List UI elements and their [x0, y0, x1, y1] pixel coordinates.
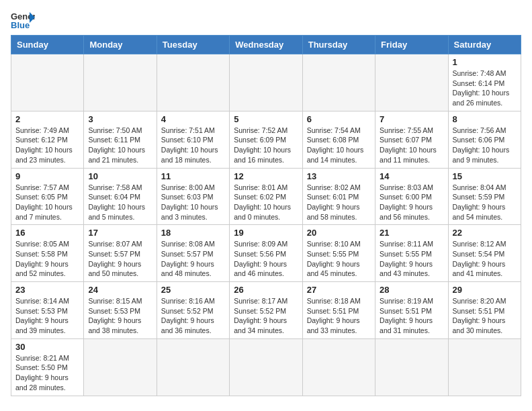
calendar-day: 29Sunrise: 8:20 AM Sunset: 5:51 PM Dayli… [448, 282, 521, 339]
day-info: Sunrise: 8:05 AM Sunset: 5:58 PM Dayligh… [15, 239, 79, 279]
day-info: Sunrise: 7:52 AM Sunset: 6:09 PM Dayligh… [234, 126, 298, 165]
day-number: 12 [234, 171, 298, 181]
svg-text:Blue: Blue [11, 20, 30, 30]
calendar-table: SundayMondayTuesdayWednesdayThursdayFrid… [11, 35, 521, 396]
day-info: Sunrise: 8:18 AM Sunset: 5:51 PM Dayligh… [307, 296, 371, 336]
day-info: Sunrise: 7:48 AM Sunset: 6:14 PM Dayligh… [453, 68, 517, 108]
calendar-day [302, 54, 375, 111]
day-number: 27 [307, 285, 371, 295]
calendar-day: 5Sunrise: 7:52 AM Sunset: 6:09 PM Daylig… [230, 111, 302, 168]
calendar-day: 20Sunrise: 8:10 AM Sunset: 5:55 PM Dayli… [302, 225, 375, 282]
calendar-day: 16Sunrise: 8:05 AM Sunset: 5:58 PM Dayli… [11, 225, 84, 282]
day-number: 15 [453, 171, 517, 181]
calendar-day: 19Sunrise: 8:09 AM Sunset: 5:56 PM Dayli… [230, 225, 302, 282]
calendar-week-row: 30Sunrise: 8:21 AM Sunset: 5:50 PM Dayli… [11, 338, 521, 396]
calendar-day: 15Sunrise: 8:04 AM Sunset: 5:59 PM Dayli… [448, 168, 521, 225]
day-info: Sunrise: 7:55 AM Sunset: 6:07 PM Dayligh… [380, 126, 443, 165]
calendar-week-row: 16Sunrise: 8:05 AM Sunset: 5:58 PM Dayli… [11, 225, 521, 282]
day-info: Sunrise: 7:58 AM Sunset: 6:04 PM Dayligh… [88, 183, 152, 222]
weekday-header-wednesday: Wednesday [230, 36, 302, 54]
calendar-day: 11Sunrise: 8:00 AM Sunset: 6:03 PM Dayli… [157, 168, 229, 225]
day-info: Sunrise: 8:00 AM Sunset: 6:03 PM Dayligh… [161, 183, 225, 222]
day-info: Sunrise: 8:19 AM Sunset: 5:51 PM Dayligh… [380, 296, 443, 336]
day-number: 10 [88, 171, 152, 181]
page-header: General Blue [11, 11, 521, 30]
day-number: 23 [15, 285, 79, 295]
day-info: Sunrise: 7:49 AM Sunset: 6:12 PM Dayligh… [15, 126, 79, 165]
day-info: Sunrise: 8:14 AM Sunset: 5:53 PM Dayligh… [15, 296, 79, 336]
calendar-day [375, 338, 448, 396]
day-number: 25 [161, 285, 225, 295]
day-number: 5 [234, 114, 298, 124]
day-info: Sunrise: 8:04 AM Sunset: 5:59 PM Dayligh… [453, 183, 517, 222]
day-number: 21 [380, 228, 443, 238]
calendar-day: 24Sunrise: 8:15 AM Sunset: 5:53 PM Dayli… [84, 282, 157, 339]
day-number: 28 [380, 285, 443, 295]
calendar-day [448, 338, 521, 396]
calendar-day: 25Sunrise: 8:16 AM Sunset: 5:52 PM Dayli… [157, 282, 229, 339]
calendar-day: 17Sunrise: 8:07 AM Sunset: 5:57 PM Dayli… [84, 225, 157, 282]
day-number: 8 [453, 114, 517, 124]
day-number: 6 [307, 114, 371, 124]
calendar-day: 21Sunrise: 8:11 AM Sunset: 5:55 PM Dayli… [375, 225, 448, 282]
calendar-day: 10Sunrise: 7:58 AM Sunset: 6:04 PM Dayli… [84, 168, 157, 225]
day-number: 14 [380, 171, 443, 181]
weekday-header-thursday: Thursday [302, 36, 375, 54]
day-number: 1 [453, 57, 517, 67]
logo-icon: General Blue [11, 11, 35, 30]
day-number: 22 [453, 228, 517, 238]
day-info: Sunrise: 8:09 AM Sunset: 5:56 PM Dayligh… [234, 239, 298, 279]
weekday-header-friday: Friday [375, 36, 448, 54]
day-info: Sunrise: 7:54 AM Sunset: 6:08 PM Dayligh… [307, 126, 371, 165]
day-number: 26 [234, 285, 298, 295]
day-number: 7 [380, 114, 443, 124]
day-number: 16 [15, 228, 79, 238]
day-info: Sunrise: 8:15 AM Sunset: 5:53 PM Dayligh… [88, 296, 152, 336]
calendar-day [230, 54, 302, 111]
calendar-day [84, 54, 157, 111]
calendar-day [84, 338, 157, 396]
calendar-day [302, 338, 375, 396]
day-number: 30 [15, 342, 79, 352]
calendar-week-row: 9Sunrise: 7:57 AM Sunset: 6:05 PM Daylig… [11, 168, 521, 225]
day-info: Sunrise: 8:21 AM Sunset: 5:50 PM Dayligh… [15, 353, 79, 393]
day-number: 4 [161, 114, 225, 124]
calendar-week-row: 23Sunrise: 8:14 AM Sunset: 5:53 PM Dayli… [11, 282, 521, 339]
calendar-day [230, 338, 302, 396]
calendar-day: 22Sunrise: 8:12 AM Sunset: 5:54 PM Dayli… [448, 225, 521, 282]
calendar-day: 1Sunrise: 7:48 AM Sunset: 6:14 PM Daylig… [448, 54, 521, 111]
day-number: 9 [15, 171, 79, 181]
calendar-day: 7Sunrise: 7:55 AM Sunset: 6:07 PM Daylig… [375, 111, 448, 168]
calendar-day: 18Sunrise: 8:08 AM Sunset: 5:57 PM Dayli… [157, 225, 229, 282]
calendar-day: 6Sunrise: 7:54 AM Sunset: 6:08 PM Daylig… [302, 111, 375, 168]
weekday-header-sunday: Sunday [11, 36, 84, 54]
weekday-header-monday: Monday [84, 36, 157, 54]
day-number: 11 [161, 171, 225, 181]
calendar-day: 26Sunrise: 8:17 AM Sunset: 5:52 PM Dayli… [230, 282, 302, 339]
day-number: 17 [88, 228, 152, 238]
day-info: Sunrise: 7:50 AM Sunset: 6:11 PM Dayligh… [88, 126, 152, 165]
weekday-header-saturday: Saturday [448, 36, 521, 54]
calendar-week-row: 2Sunrise: 7:49 AM Sunset: 6:12 PM Daylig… [11, 111, 521, 168]
weekday-header-tuesday: Tuesday [157, 36, 229, 54]
day-number: 13 [307, 171, 371, 181]
calendar-day: 2Sunrise: 7:49 AM Sunset: 6:12 PM Daylig… [11, 111, 84, 168]
day-number: 2 [15, 114, 79, 124]
calendar-day [375, 54, 448, 111]
day-info: Sunrise: 7:57 AM Sunset: 6:05 PM Dayligh… [15, 183, 79, 222]
day-info: Sunrise: 8:10 AM Sunset: 5:55 PM Dayligh… [307, 239, 371, 279]
calendar-day: 3Sunrise: 7:50 AM Sunset: 6:11 PM Daylig… [84, 111, 157, 168]
day-info: Sunrise: 8:17 AM Sunset: 5:52 PM Dayligh… [234, 296, 298, 336]
day-number: 3 [88, 114, 152, 124]
day-number: 19 [234, 228, 298, 238]
calendar-day: 12Sunrise: 8:01 AM Sunset: 6:02 PM Dayli… [230, 168, 302, 225]
day-info: Sunrise: 8:20 AM Sunset: 5:51 PM Dayligh… [453, 296, 517, 336]
calendar-day: 9Sunrise: 7:57 AM Sunset: 6:05 PM Daylig… [11, 168, 84, 225]
calendar-day [157, 54, 229, 111]
logo: General Blue [11, 11, 35, 30]
day-number: 20 [307, 228, 371, 238]
day-number: 18 [161, 228, 225, 238]
day-info: Sunrise: 8:11 AM Sunset: 5:55 PM Dayligh… [380, 239, 443, 279]
calendar-day [11, 54, 84, 111]
calendar-day [157, 338, 229, 396]
